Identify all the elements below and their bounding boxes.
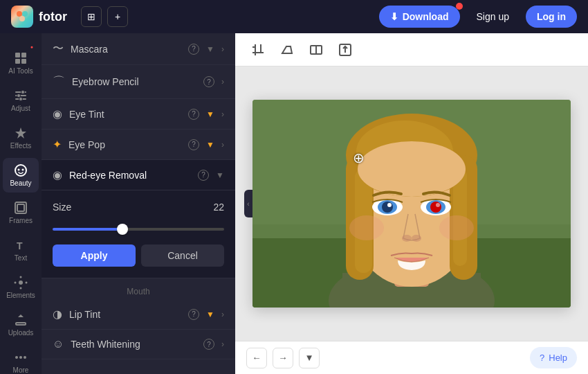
sidebar-item-effects-label: Effects <box>10 142 31 150</box>
add-icon-btn[interactable]: + <box>107 6 128 27</box>
svg-point-14 <box>15 165 26 176</box>
help-icon: ? <box>540 353 544 363</box>
sidebar-item-elements-label: Elements <box>6 292 35 299</box>
panel-item-eyebrow-pencil[interactable]: ⌒ Eyebrow Pencil ? › <box>42 65 235 99</box>
mascara-chevron: › <box>221 44 224 54</box>
sidebar-item-ai-tools-label: AI Tools <box>8 67 33 75</box>
panel-item-eye-pop[interactable]: ✦ Eye Pop ? ▼ › <box>42 130 235 160</box>
crop-icon <box>252 44 264 56</box>
svg-point-58 <box>402 235 412 242</box>
svg-rect-18 <box>17 204 24 211</box>
svg-point-15 <box>18 169 20 171</box>
sidebar-item-uploads[interactable]: Uploads <box>3 308 39 342</box>
panel-item-red-eye-removal[interactable]: ◉ Red-eye Removal ? ▼ <box>42 160 235 190</box>
svg-point-49 <box>358 141 466 197</box>
lip-tint-icon: ◑ <box>53 308 62 321</box>
effects-icon <box>14 126 28 140</box>
eye-tint-icon: ◉ <box>53 107 62 121</box>
svg-point-52 <box>382 202 393 213</box>
svg-point-10 <box>21 91 25 94</box>
teeth-whitening-icon: ☺ <box>53 338 64 350</box>
crop-tool-button[interactable] <box>246 38 270 62</box>
login-button[interactable]: Log in <box>526 6 577 28</box>
photo-container[interactable]: ⊕ <box>252 100 571 308</box>
svg-point-12 <box>19 98 23 101</box>
sidebar-item-ai-tools[interactable]: ● AI Tools <box>3 39 39 80</box>
prev-button[interactable]: ← <box>246 348 267 368</box>
sidebar-item-adjust[interactable]: Adjust <box>3 83 39 118</box>
svg-rect-3 <box>15 53 20 57</box>
sidebar-item-text-label: Text <box>15 254 27 262</box>
dropdown-button[interactable]: ▼ <box>299 348 320 368</box>
header: fotor ⊞ + ⬇ Download Sign up Log in <box>0 0 588 33</box>
grid-icon-btn[interactable]: ⊞ <box>81 6 102 27</box>
svg-text:T: T <box>17 240 23 251</box>
logo-text: fotor <box>39 10 67 24</box>
eraser-tool-button[interactable] <box>275 38 299 62</box>
size-row: Size 22 <box>53 202 224 213</box>
eyebrow-help[interactable]: ? <box>203 76 214 87</box>
panel-item-lip-tint[interactable]: ◑ Lip Tint ? ▼ › <box>42 299 235 330</box>
help-label: Help <box>549 353 567 363</box>
panel-item-mascara[interactable]: 〜 Mascara ? ▼ › <box>42 33 235 65</box>
photo-image <box>252 100 571 308</box>
elements-icon <box>14 276 28 290</box>
download-icon: ⬇ <box>390 11 398 22</box>
panel-item-teeth-whitening[interactable]: ☺ Teeth Whitening ? › <box>42 330 235 359</box>
sidebar-item-frames[interactable]: Frames <box>3 195 39 230</box>
sidebar-item-more[interactable]: More <box>3 345 39 374</box>
sidebar-item-text[interactable]: T Text <box>3 233 39 267</box>
svg-point-8 <box>17 94 21 98</box>
mascara-help[interactable]: ? <box>188 44 199 55</box>
lip-tint-help[interactable]: ? <box>188 309 199 320</box>
teeth-whitening-help[interactable]: ? <box>203 339 214 350</box>
svg-point-53 <box>387 203 392 207</box>
sidebar-item-more-label: More <box>13 366 29 374</box>
signup-button[interactable]: Sign up <box>468 6 517 28</box>
compare-icon <box>310 44 322 56</box>
download-button[interactable]: ⬇ Download <box>379 6 460 28</box>
svg-point-61 <box>439 215 474 240</box>
export-tool-button[interactable] <box>333 38 357 62</box>
sidebar-item-beauty[interactable]: Beauty <box>3 158 39 193</box>
svg-point-60 <box>349 215 384 240</box>
mascara-arrow: ▼ <box>206 44 214 54</box>
more-icon <box>14 350 28 364</box>
slider-container <box>53 221 224 233</box>
red-eye-expanded-panel: Size 22 Apply Cancel <box>42 190 235 278</box>
collapse-handle[interactable]: ‹ <box>244 190 252 217</box>
next-button[interactable]: → <box>273 348 293 368</box>
size-label: Size <box>53 202 71 213</box>
svg-point-16 <box>22 169 24 171</box>
sidebar-item-elements[interactable]: Elements <box>3 270 39 305</box>
eye-pop-help[interactable]: ? <box>188 139 199 150</box>
red-eye-help[interactable]: ? <box>198 170 209 181</box>
photo-wrapper: ‹ <box>252 100 571 308</box>
red-eye-chevron: ▼ <box>216 170 224 180</box>
size-slider[interactable] <box>53 228 224 231</box>
panel-item-eye-tint[interactable]: ◉ Eye Tint ? ▼ › <box>42 99 235 130</box>
svg-point-1 <box>22 11 28 17</box>
svg-rect-5 <box>15 59 20 64</box>
eyebrow-pencil-label: Eyebrow Pencil <box>72 76 196 87</box>
eye-tint-help[interactable]: ? <box>188 109 199 120</box>
svg-marker-13 <box>15 127 26 139</box>
svg-point-21 <box>20 276 22 278</box>
cancel-button[interactable]: Cancel <box>141 244 224 267</box>
canvas-content[interactable]: ‹ <box>235 66 588 341</box>
eyebrow-pencil-icon: ⌒ <box>53 73 65 90</box>
main-area: ● AI Tools Adjust Effects <box>0 33 588 374</box>
compare-tool-button[interactable] <box>304 38 328 62</box>
frames-icon <box>14 201 28 215</box>
crosshair-indicator[interactable]: ⊕ <box>353 150 365 166</box>
svg-rect-6 <box>21 59 26 64</box>
text-icon: T <box>14 238 28 252</box>
lip-tint-chevron: › <box>221 310 224 319</box>
teeth-whitening-chevron: › <box>221 339 224 349</box>
apply-button[interactable]: Apply <box>53 244 136 267</box>
canvas-area: ‹ <box>235 33 588 374</box>
svg-point-27 <box>19 356 22 359</box>
mouth-section-label: Mouth <box>42 278 235 299</box>
help-button[interactable]: ? Help <box>530 347 577 368</box>
sidebar-item-effects[interactable]: Effects <box>3 121 39 155</box>
